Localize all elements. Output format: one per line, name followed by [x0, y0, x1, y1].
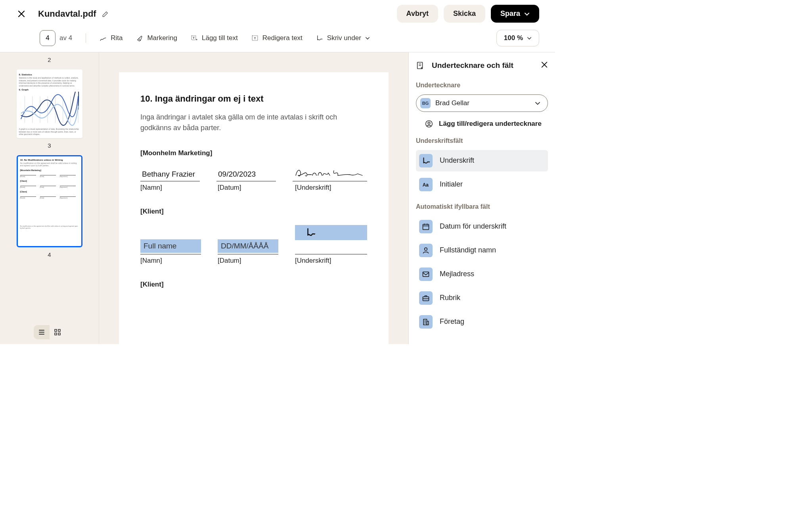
svg-rect-25 [427, 321, 429, 325]
label-name: [Namn] [140, 184, 201, 192]
svg-rect-12 [55, 329, 57, 331]
signer-dropdown[interactable]: BG Brad Gellar [416, 94, 548, 112]
section-heading: 10. Inga ändringar om ej i text [140, 94, 367, 104]
sidebar: Undertecknare och fält Undertecknare BG … [408, 52, 555, 344]
company-date-value: 09/20/2023 [216, 169, 276, 181]
close-button[interactable] [16, 8, 27, 19]
tool-add-text[interactable]: T Lägg till text [191, 34, 238, 42]
tool-sign[interactable]: Skriv under [316, 34, 370, 42]
section-autofill: Automatiskt ifyllbara fält [416, 203, 548, 210]
section-sigfields: Underskriftsfält [416, 137, 548, 144]
mail-icon [422, 270, 430, 278]
initials-icon: Aa [421, 180, 430, 189]
page-4: 10. Inga ändringar om ej i text Inga änd… [119, 72, 389, 344]
add-edit-signer[interactable]: Lägg till/redigera undertecknare [416, 119, 548, 137]
edit-filename-icon[interactable] [102, 10, 109, 17]
list-icon [38, 329, 45, 336]
tool-edit-text[interactable]: T Redigera text [251, 34, 303, 42]
highlight-icon [136, 35, 143, 42]
field-item-fullname[interactable]: Fullständigt namn [416, 240, 548, 261]
edit-text-icon: T [251, 35, 259, 42]
thumb-4[interactable]: 10. No Modifications unless in Writing N… [17, 155, 82, 247]
page-number-input[interactable] [40, 30, 56, 46]
chevron-down-icon [535, 100, 540, 106]
label-date: [Datum] [218, 257, 278, 265]
field-item-initials[interactable]: Aa Initialer [416, 174, 548, 195]
close-icon [17, 10, 25, 18]
section-body: Inga ändringar i avtalet ska gälla om de… [140, 112, 367, 133]
svg-text:T: T [193, 36, 195, 40]
signature-glyph-icon [294, 167, 366, 179]
thumb-2-label: 2 [48, 56, 51, 63]
chevron-down-icon [524, 11, 530, 17]
building-icon [422, 318, 430, 326]
document-canvas[interactable]: 10. Inga ändringar om ej i text Inga änd… [99, 52, 408, 344]
field-item-date[interactable]: Datum för underskrift [416, 216, 548, 237]
field-item-email[interactable]: Mejladress [416, 264, 548, 285]
save-button[interactable]: Spara [491, 5, 539, 23]
party-company: [Moonhelm Marketing] [140, 149, 367, 157]
briefcase-icon [422, 294, 430, 302]
svg-text:Aa: Aa [423, 182, 429, 187]
calendar-icon [422, 223, 430, 231]
draw-icon [100, 35, 107, 42]
svg-rect-13 [58, 329, 60, 331]
company-signature-value [293, 167, 367, 181]
divider [86, 33, 86, 43]
sidebar-close-button[interactable] [541, 61, 548, 70]
svg-rect-20 [423, 224, 429, 229]
sign-icon [316, 35, 323, 42]
person-icon [425, 119, 433, 128]
svg-text:T: T [254, 37, 256, 40]
avatar: BG [420, 98, 431, 108]
svg-point-18 [428, 122, 430, 124]
thumb-4-label: 4 [48, 251, 51, 258]
label-name: [Namn] [140, 257, 201, 265]
grid-icon [54, 329, 61, 336]
party-client: [Klient] [140, 208, 367, 216]
thumbnail-panel: 2 8. Statistics Statistics is the study … [0, 52, 99, 344]
label-signature: [Underskrift] [295, 257, 367, 265]
person-icon [422, 246, 430, 254]
field-item-title[interactable]: Rubrik [416, 287, 548, 309]
cancel-button[interactable]: Avbryt [397, 5, 438, 23]
thumb-3[interactable]: 8. Statistics Statistics is the study an… [17, 69, 82, 138]
signers-panel-icon [416, 61, 425, 70]
view-grid-button[interactable] [50, 325, 65, 339]
label-signature: [Underskrift] [295, 184, 367, 192]
svg-rect-22 [423, 272, 429, 277]
field-signature[interactable] [295, 225, 367, 240]
label-date: [Datum] [218, 184, 278, 192]
field-fullname[interactable]: Full name [140, 239, 201, 253]
view-list-button[interactable] [34, 325, 50, 339]
chevron-down-icon [527, 36, 532, 40]
party-client-2: [Klient] [140, 281, 367, 289]
signer-name: Brad Gellar [435, 99, 469, 107]
sign-icon [421, 156, 430, 165]
thumb-3-label: 3 [48, 142, 51, 149]
thumb-3-chart-icon [19, 92, 80, 127]
zoom-dropdown[interactable]: 100 % [496, 30, 539, 46]
company-name-value: Bethany Frazier [140, 169, 200, 181]
svg-point-21 [425, 248, 427, 250]
file-title: Kundavtal.pdf [38, 9, 96, 19]
field-item-signature[interactable]: Underskrift [416, 150, 548, 171]
field-item-company[interactable]: Företag [416, 311, 548, 333]
close-icon [541, 61, 548, 68]
page-total: av 4 [59, 34, 72, 42]
view-toggle [34, 325, 65, 339]
chevron-down-icon [365, 36, 370, 40]
svg-rect-14 [55, 333, 57, 335]
sidebar-title: Undertecknare och fält [432, 61, 513, 70]
tool-draw[interactable]: Rita [100, 34, 123, 42]
field-date[interactable]: DD/MM/ÅÅÅÅ [218, 239, 278, 253]
svg-rect-15 [58, 333, 60, 335]
tool-highlight[interactable]: Markering [136, 34, 177, 42]
send-button[interactable]: Skicka [444, 5, 485, 23]
sign-icon [304, 227, 316, 238]
add-text-icon: T [191, 35, 198, 42]
section-signers: Undertecknare [416, 82, 548, 89]
